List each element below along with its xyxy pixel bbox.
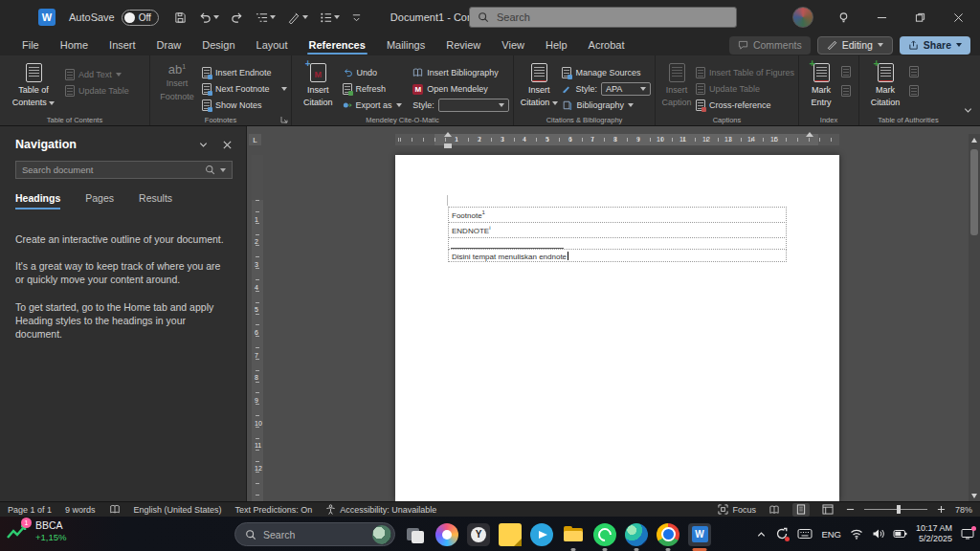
tab-references[interactable]: References	[299, 34, 376, 55]
tab-view[interactable]: View	[491, 34, 535, 55]
qat-overflow-button[interactable]	[347, 10, 366, 26]
tab-design[interactable]: Design	[191, 34, 245, 55]
chrome-button[interactable]	[657, 523, 679, 546]
hanging-indent-marker[interactable]	[444, 132, 452, 137]
widgets-button[interactable]: 1 BBCA +1,15%	[6, 519, 67, 543]
tab-mailings[interactable]: Mailings	[376, 34, 435, 55]
touch-keyboard-icon[interactable]	[797, 528, 813, 540]
navigation-search-input[interactable]	[22, 165, 200, 175]
battery-icon[interactable]	[893, 529, 907, 539]
table-of-contents-button[interactable]: Table of Contents	[6, 60, 61, 108]
scroll-down-button[interactable]	[969, 490, 980, 501]
scrollbar-thumb[interactable]	[970, 149, 978, 235]
bullet-list-button[interactable]	[316, 9, 344, 27]
tab-help[interactable]: Help	[535, 34, 578, 55]
endnote-line[interactable]: ENDNOTEi	[448, 222, 787, 238]
zoom-in-button[interactable]	[937, 505, 946, 514]
bullet-list-dropdown-icon[interactable]	[334, 15, 340, 19]
share-dropdown-icon[interactable]	[956, 43, 962, 47]
show-notes-button[interactable]: Show Notes	[202, 99, 287, 112]
tab-review[interactable]: Review	[435, 34, 491, 55]
style-pen-dropdown-icon[interactable]	[302, 15, 308, 19]
open-mendeley-button[interactable]: Open Mendeley	[412, 82, 509, 96]
left-indent-marker[interactable]	[444, 143, 452, 148]
tab-selector[interactable]: L	[249, 134, 261, 145]
toc-dropdown-icon[interactable]	[49, 101, 55, 105]
proofing-book-icon[interactable]	[109, 504, 121, 515]
nav-tab-headings[interactable]: Headings	[15, 192, 60, 209]
start-button[interactable]	[203, 523, 226, 546]
sticky-notes-button[interactable]	[499, 523, 522, 546]
taskbar-search-input[interactable]	[263, 529, 366, 540]
read-mode-button[interactable]	[766, 503, 783, 517]
insert-bibliography-button[interactable]: Insert Bibliography	[412, 66, 509, 79]
insert-citation-dropdown-icon[interactable]	[552, 101, 558, 105]
wifi-icon[interactable]	[850, 528, 863, 540]
comments-button[interactable]: Comments	[729, 36, 811, 55]
nav-tab-results[interactable]: Results	[139, 192, 172, 209]
undo-button[interactable]	[194, 9, 223, 27]
language-indicator[interactable]: English (United States)	[134, 505, 222, 515]
clock-app-button[interactable]	[467, 523, 490, 546]
search-options-dropdown-icon[interactable]	[220, 168, 226, 172]
bibliography-button[interactable]: Bibliography	[562, 99, 651, 112]
style-pen-button[interactable]	[283, 9, 312, 27]
navigation-options-button[interactable]	[198, 140, 209, 150]
task-view-button[interactable]	[404, 523, 427, 546]
autosave-toggle[interactable]: Off	[122, 10, 159, 26]
zoom-level[interactable]: 78%	[955, 505, 972, 515]
multilevel-list-dropdown-icon[interactable]	[270, 15, 276, 19]
next-footnote-dropdown-icon[interactable]	[281, 87, 287, 91]
bibliography-dropdown-icon[interactable]	[628, 103, 634, 107]
undo-dropdown-icon[interactable]	[213, 15, 219, 19]
nav-tab-pages[interactable]: Pages	[85, 192, 114, 209]
minimize-button[interactable]	[865, 3, 898, 32]
zoom-slider[interactable]	[864, 509, 927, 510]
vertical-scrollbar[interactable]	[969, 134, 980, 501]
share-button[interactable]: Share	[900, 36, 970, 55]
file-explorer-button[interactable]	[562, 523, 585, 546]
cross-reference-button[interactable]: Cross-reference	[696, 99, 794, 112]
volume-icon[interactable]	[872, 528, 884, 540]
mendeley-export-dropdown-icon[interactable]	[396, 103, 402, 107]
insert-citation-button[interactable]: Insert Citation	[520, 60, 558, 108]
editing-mode-button[interactable]: Editing	[817, 36, 893, 55]
restore-button[interactable]	[903, 3, 936, 32]
print-layout-button[interactable]	[792, 503, 810, 517]
tab-home[interactable]: Home	[50, 34, 99, 55]
tray-overflow-button[interactable]	[756, 529, 767, 540]
word-count[interactable]: 9 words	[65, 505, 96, 515]
titlebar-search-box[interactable]	[469, 7, 737, 28]
save-button[interactable]	[170, 9, 190, 27]
tab-layout[interactable]: Layout	[246, 34, 299, 55]
navigation-close-button[interactable]	[222, 140, 233, 150]
sync-update-tray-icon[interactable]	[775, 527, 789, 540]
ideas-lightbulb-button[interactable]	[827, 3, 859, 32]
endnote-typing-line[interactable]: Disini tempat menuliskan endnote	[448, 249, 787, 262]
scroll-up-button[interactable]	[969, 134, 980, 145]
text-predictions-indicator[interactable]: Text Predictions: On	[235, 505, 313, 515]
telegram-button[interactable]	[530, 523, 553, 546]
mark-entry-button[interactable]: Mark Entry	[805, 60, 837, 108]
mendeley-undo-button[interactable]: Undo	[343, 66, 410, 79]
titlebar-search-input[interactable]	[497, 11, 728, 23]
tab-file[interactable]: File	[11, 34, 50, 55]
mark-citation-button[interactable]: Mark Citation	[865, 60, 905, 108]
language-tray-indicator[interactable]: ENG	[821, 529, 841, 540]
next-footnote-button[interactable]: Next Footnote	[202, 82, 287, 96]
taskbar-search-box[interactable]	[234, 522, 395, 546]
editing-dropdown-icon[interactable]	[878, 43, 883, 47]
tab-insert[interactable]: Insert	[99, 34, 146, 55]
manage-sources-button[interactable]: Manage Sources	[562, 66, 651, 79]
notification-center-button[interactable]	[961, 528, 974, 540]
collapse-ribbon-button[interactable]	[963, 105, 973, 116]
accessibility-indicator[interactable]: Accessibility: Unavailable	[325, 504, 436, 515]
account-avatar[interactable]	[792, 7, 813, 28]
search-highlight-image[interactable]	[372, 525, 391, 544]
multilevel-list-button[interactable]	[252, 9, 279, 27]
insert-endnote-button[interactable]: Insert Endnote	[202, 66, 287, 79]
word-taskbar-button[interactable]	[688, 523, 711, 546]
copilot-button[interactable]	[435, 523, 458, 546]
citation-style-select[interactable]: APA	[601, 82, 651, 96]
mendeley-refresh-button[interactable]: Refresh	[343, 82, 410, 96]
